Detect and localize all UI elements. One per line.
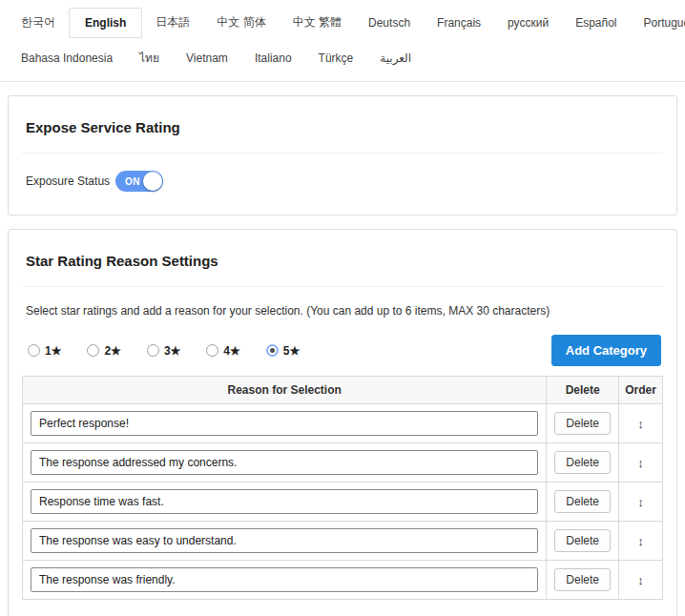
delete-button[interactable]: Delete (554, 412, 611, 435)
reason-table: Reason for Selection Delete Order Delete… (22, 376, 663, 600)
star-rating-label: 3★ (164, 344, 180, 358)
reason-cell (23, 404, 547, 443)
language-tab-ไทย[interactable]: ไทย (126, 40, 173, 75)
language-tab-bahasa-indonesia[interactable]: Bahasa Indonesia (8, 43, 126, 73)
language-tab-русский[interactable]: русский (494, 8, 562, 38)
exposure-status-label: Exposure Status (26, 175, 110, 188)
delete-button[interactable]: Delete (554, 529, 611, 552)
reason-table-header-row: Reason for Selection Delete Order (23, 377, 663, 404)
divider (22, 153, 663, 154)
radio-icon (87, 344, 99, 357)
order-drag-handle-icon[interactable]: ↕ (637, 417, 644, 431)
star-rating-radio-group: 1★ 2★ 3★ 4★ 5★ (24, 344, 300, 358)
rating-controls-row: 1★ 2★ 3★ 4★ 5★ Add Category (22, 335, 663, 366)
order-drag-handle-icon[interactable]: ↕ (637, 495, 644, 509)
delete-cell: Delete (547, 522, 619, 561)
reason-input[interactable] (31, 489, 538, 514)
reason-table-row: Delete ↕ (23, 404, 663, 443)
order-cell: ↕ (619, 522, 663, 561)
reason-input[interactable] (31, 450, 538, 475)
expose-service-rating-card: Expose Service Rating Exposure Status ON (8, 95, 677, 216)
language-tab-português[interactable]: Português (631, 8, 685, 38)
divider (22, 286, 663, 287)
column-header-reason: Reason for Selection (23, 377, 547, 404)
reason-input[interactable] (31, 528, 538, 553)
order-cell: ↕ (619, 561, 663, 600)
radio-icon (206, 344, 218, 357)
language-tab-deutsch[interactable]: Deutsch (355, 8, 424, 38)
star-rating-label: 2★ (104, 344, 120, 358)
order-drag-handle-icon[interactable]: ↕ (637, 534, 644, 548)
expose-card-title: Expose Service Rating (22, 110, 663, 139)
language-tab-中文-繁體[interactable]: 中文 繁體 (280, 6, 355, 39)
reason-card-title: Star Rating Reason Settings (22, 243, 663, 273)
reason-input[interactable] (31, 567, 538, 592)
reason-table-row: Delete ↕ (23, 443, 663, 483)
delete-button[interactable]: Delete (554, 490, 611, 513)
star-rating-label: 1★ (45, 344, 61, 358)
language-tabs: 한국어English日本語中文 简体中文 繁體DeutschFrançaisру… (0, 0, 685, 82)
star-rating-label: 5★ (283, 344, 300, 358)
toggle-knob (143, 172, 162, 191)
delete-button[interactable]: Delete (554, 568, 611, 591)
reason-cell (23, 522, 547, 561)
radio-icon (147, 344, 159, 357)
star-rating-radio[interactable]: 1★ (28, 344, 61, 358)
language-tab-türkçe[interactable]: Türkçe (305, 43, 367, 73)
language-tab-中文-简体[interactable]: 中文 简体 (203, 6, 279, 39)
reason-table-row: Delete ↕ (23, 561, 663, 600)
exposure-status-row: Exposure Status ON (22, 169, 663, 199)
exposure-status-toggle[interactable]: ON (115, 171, 163, 192)
star-rating-radio[interactable]: 4★ (206, 344, 239, 358)
language-tab-العربية[interactable]: العربية (366, 43, 425, 73)
language-tab-row-1: 한국어English日本語中文 简体中文 繁體DeutschFrançaisру… (8, 6, 677, 39)
order-cell: ↕ (619, 404, 663, 443)
star-rating-radio[interactable]: 5★ (266, 344, 300, 358)
order-drag-handle-icon[interactable]: ↕ (637, 573, 644, 587)
toggle-on-label: ON (125, 176, 140, 187)
column-header-delete: Delete (547, 377, 619, 404)
reason-card-description: Select star ratings and add a reason for… (22, 302, 663, 318)
delete-cell: Delete (547, 483, 619, 522)
order-drag-handle-icon[interactable]: ↕ (637, 456, 644, 470)
star-rating-label: 4★ (223, 344, 239, 358)
reason-cell (23, 443, 547, 483)
star-rating-reason-card: Star Rating Reason Settings Select star … (8, 229, 677, 616)
radio-icon (266, 344, 279, 357)
star-rating-radio[interactable]: 2★ (87, 344, 120, 358)
language-tab-español[interactable]: Español (562, 8, 630, 38)
language-tab-日本語[interactable]: 日本語 (142, 6, 203, 39)
delete-cell: Delete (547, 561, 619, 600)
delete-cell: Delete (547, 404, 619, 443)
delete-button[interactable]: Delete (554, 451, 611, 474)
star-rating-radio[interactable]: 3★ (147, 344, 180, 358)
radio-icon (28, 344, 40, 357)
reason-input[interactable] (31, 411, 538, 436)
delete-cell: Delete (547, 443, 619, 483)
add-category-button[interactable]: Add Category (551, 335, 661, 366)
column-header-order: Order (619, 377, 663, 404)
language-tab-english[interactable]: English (69, 8, 142, 38)
reason-table-row: Delete ↕ (23, 483, 663, 522)
language-tab-français[interactable]: Français (424, 8, 494, 38)
reason-cell (23, 561, 547, 600)
reason-table-row: Delete ↕ (23, 522, 663, 561)
order-cell: ↕ (619, 443, 663, 483)
language-tab-italiano[interactable]: Italiano (241, 43, 305, 73)
language-tab-한국어[interactable]: 한국어 (8, 6, 69, 39)
language-tab-vietnam[interactable]: Vietnam (173, 43, 241, 73)
reason-cell (23, 483, 547, 522)
order-cell: ↕ (619, 483, 663, 522)
language-tab-row-2: Bahasa IndonesiaไทยVietnamItalianoTürkçe… (8, 40, 677, 81)
